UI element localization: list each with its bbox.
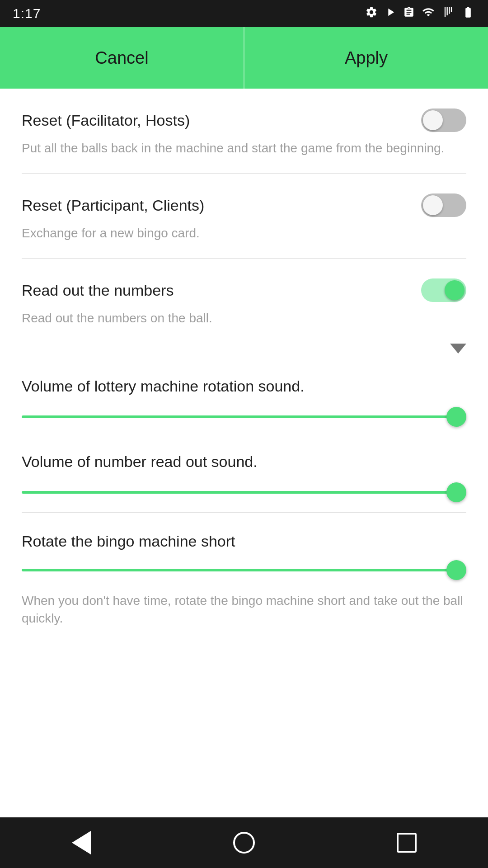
setting-read-numbers-title: Read out the numbers (22, 282, 421, 299)
status-time: 1:17 (13, 6, 41, 21)
setting-rotate-bingo: Rotate the bingo machine short When you … (0, 513, 488, 643)
slider-lottery-volume: Volume of lottery machine rotation sound… (0, 361, 488, 437)
bottom-nav (0, 817, 488, 868)
slider-readout-track[interactable] (22, 483, 466, 501)
nav-recent-button[interactable] (389, 825, 425, 861)
slider-rotate-thumb[interactable] (446, 560, 466, 580)
slider-lottery-track[interactable] (22, 408, 466, 426)
setting-rotate-desc: When you don't have time, rotate the bin… (22, 594, 463, 625)
setting-reset-participant: Reset (Participant, Clients) Exchange fo… (0, 174, 488, 258)
status-bar: 1:17 (0, 0, 488, 27)
setting-reset-facilitator-title: Reset (Facilitator, Hosts) (22, 112, 421, 129)
action-bar: Cancel Apply (0, 27, 488, 89)
signal-icon (442, 6, 455, 21)
nav-back-button[interactable] (63, 825, 99, 861)
settings-icon (365, 6, 378, 21)
play-icon (384, 6, 397, 21)
setting-reset-facilitator-desc: Put all the balls back in the machine an… (22, 141, 444, 155)
slider-lottery-label: Volume of lottery machine rotation sound… (22, 377, 466, 395)
nav-recent-icon (397, 833, 417, 853)
status-icons (365, 6, 475, 21)
slider-readout-thumb[interactable] (446, 482, 466, 502)
slider-readout-label: Volume of number read out sound. (22, 453, 466, 471)
clipboard-icon (403, 6, 415, 21)
chevron-area[interactable] (0, 344, 488, 361)
chevron-down-icon (450, 344, 466, 354)
setting-read-numbers: Read out the numbers Read out the number… (0, 259, 488, 343)
toggle-read-numbers[interactable] (421, 278, 466, 302)
toggle-reset-facilitator[interactable] (421, 108, 466, 132)
slider-readout-volume: Volume of number read out sound. (0, 437, 488, 512)
wifi-icon (421, 6, 436, 21)
battery-icon (461, 6, 475, 21)
setting-reset-facilitator: Reset (Facilitator, Hosts) Put all the b… (0, 89, 488, 173)
settings-content: Reset (Facilitator, Hosts) Put all the b… (0, 89, 488, 817)
nav-home-button[interactable] (226, 825, 262, 861)
setting-reset-participant-desc: Exchange for a new bingo card. (22, 226, 200, 240)
setting-rotate-title: Rotate the bingo machine short (22, 533, 466, 550)
slider-lottery-thumb[interactable] (446, 407, 466, 427)
setting-reset-participant-title: Reset (Participant, Clients) (22, 197, 421, 214)
apply-button[interactable]: Apply (244, 27, 488, 89)
cancel-button[interactable]: Cancel (0, 27, 244, 89)
slider-rotate-track[interactable] (22, 561, 466, 579)
toggle-reset-participant[interactable] (421, 193, 466, 217)
nav-home-icon (233, 832, 255, 854)
nav-back-icon (72, 831, 91, 854)
setting-read-numbers-desc: Read out the numbers on the ball. (22, 311, 212, 325)
